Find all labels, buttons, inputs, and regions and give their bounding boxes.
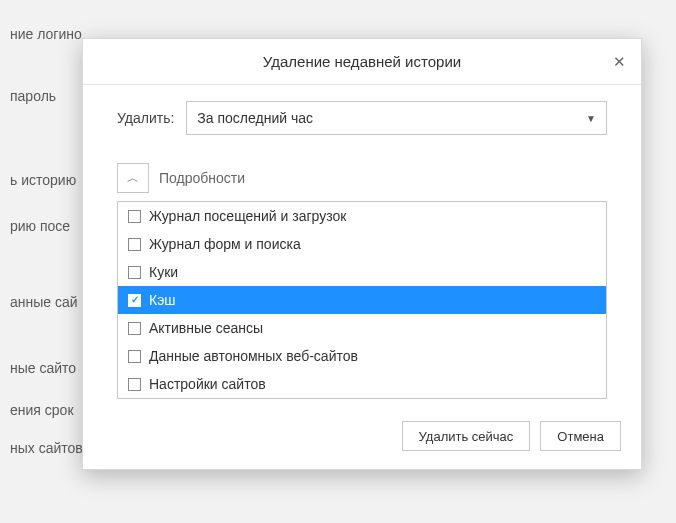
checkbox-icon[interactable] bbox=[128, 322, 141, 335]
clear-option-item[interactable]: Настройки сайтов bbox=[118, 370, 606, 398]
clear-history-modal: Удаление недавней истории ✕ Удалить: За … bbox=[82, 38, 642, 470]
clear-option-item[interactable]: Кэш bbox=[118, 286, 606, 314]
checkbox-icon[interactable] bbox=[128, 266, 141, 279]
details-toggle-button[interactable]: ︿ bbox=[117, 163, 149, 193]
clear-option-label: Журнал форм и поиска bbox=[149, 236, 301, 252]
time-range-label: Удалить: bbox=[117, 110, 174, 126]
clear-option-label: Данные автономных веб-сайтов bbox=[149, 348, 358, 364]
modal-footer: Удалить сейчас Отмена bbox=[83, 407, 641, 469]
clear-option-item[interactable]: Журнал форм и поиска bbox=[118, 230, 606, 258]
checkbox-icon[interactable] bbox=[128, 350, 141, 363]
checkbox-icon[interactable] bbox=[128, 210, 141, 223]
clear-option-item[interactable]: Журнал посещений и загрузок bbox=[118, 202, 606, 230]
details-toggle-row: ︿ Подробности bbox=[117, 163, 607, 193]
checkbox-icon[interactable] bbox=[128, 238, 141, 251]
modal-header: Удаление недавней истории ✕ bbox=[83, 39, 641, 85]
modal-body: Удалить: За последний час ▼ ︿ Подробност… bbox=[83, 85, 641, 407]
time-range-value: За последний час bbox=[197, 110, 313, 126]
clear-option-label: Кэш bbox=[149, 292, 176, 308]
close-icon: ✕ bbox=[613, 53, 626, 71]
clear-options-list: Журнал посещений и загрузокЖурнал форм и… bbox=[117, 201, 607, 399]
chevron-down-icon: ▼ bbox=[586, 113, 596, 124]
clear-option-item[interactable]: Данные автономных веб-сайтов bbox=[118, 342, 606, 370]
cancel-button[interactable]: Отмена bbox=[540, 421, 621, 451]
time-range-row: Удалить: За последний час ▼ bbox=[117, 101, 607, 135]
modal-title: Удаление недавней истории bbox=[263, 53, 461, 70]
clear-option-label: Журнал посещений и загрузок bbox=[149, 208, 346, 224]
close-button[interactable]: ✕ bbox=[605, 48, 633, 76]
clear-option-label: Настройки сайтов bbox=[149, 376, 266, 392]
chevron-up-icon: ︿ bbox=[127, 170, 139, 187]
time-range-select[interactable]: За последний час ▼ bbox=[186, 101, 607, 135]
checkbox-icon[interactable] bbox=[128, 378, 141, 391]
delete-now-button[interactable]: Удалить сейчас bbox=[402, 421, 531, 451]
clear-option-item[interactable]: Активные сеансы bbox=[118, 314, 606, 342]
clear-option-label: Куки bbox=[149, 264, 178, 280]
details-label: Подробности bbox=[159, 170, 245, 186]
checkbox-icon[interactable] bbox=[128, 294, 141, 307]
clear-option-label: Активные сеансы bbox=[149, 320, 263, 336]
clear-option-item[interactable]: Куки bbox=[118, 258, 606, 286]
